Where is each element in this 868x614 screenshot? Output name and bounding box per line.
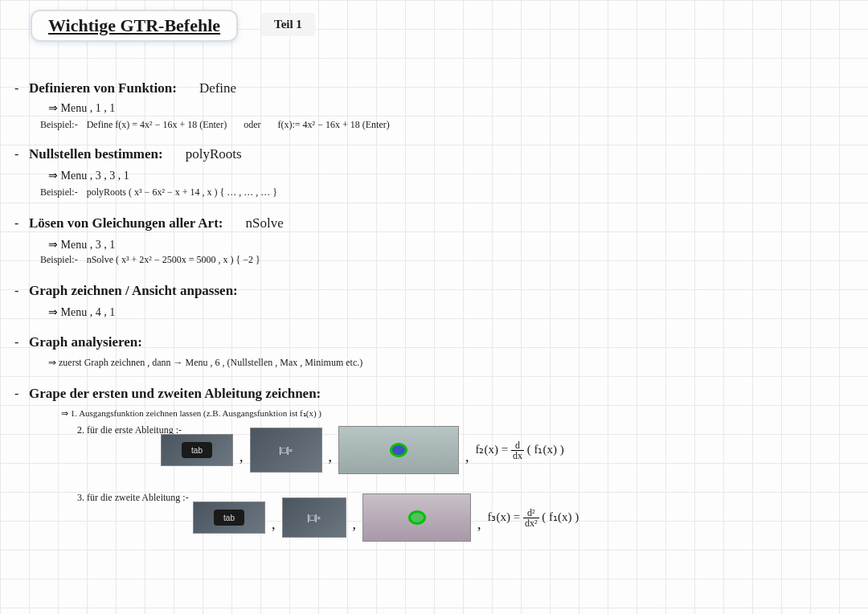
s4-menu: Menu , 4 , 1 <box>48 305 115 319</box>
section-graph-analyze: - Graph analysieren: <box>14 334 142 350</box>
s2-example: Beispiel:- polyRoots ( x³ − 6x² − x + 14… <box>40 186 277 199</box>
s2-menu: Menu , 3 , 3 , 1 <box>48 169 129 182</box>
s1-title: Definieren von Funktion: <box>29 80 177 96</box>
section-graph-draw: - Graph zeichnen / Ansicht anpassen: <box>14 283 238 299</box>
section-derivatives: - Grape der ersten und zweiten Ableitung… <box>14 386 321 402</box>
s3-menu: Menu , 3 , 1 <box>48 238 115 252</box>
section-polyroots: - Nullstellen bestimmen: polyRoots <box>14 146 242 162</box>
photo-template-key-1: |□|▫ <box>250 428 322 473</box>
photo-template-key-2: |□|▫ <box>282 497 346 538</box>
s2-cmd: polyRoots <box>186 146 242 162</box>
s1-example: Beispiel:- Define f(x) = 4x² − 16x + 18 … <box>40 119 390 131</box>
photo-tab-key-2: tab <box>193 501 265 534</box>
formula-f2: f₂(x) = ddx ( f₁(x) ) <box>476 440 564 460</box>
s6-step3: 3. für die zweite Ableitung :- <box>77 492 189 504</box>
page-title-box: Wichtige GTR-Befehle <box>31 10 238 42</box>
s1-menu: Menu , 1 , 1 <box>48 101 115 115</box>
derivative1-row: tab , |□|▫ , , f₂(x) = ddx ( f₁(x) ) <box>161 426 564 474</box>
section-nsolve: - Lösen von Gleichungen aller Art: nSolv… <box>14 215 284 231</box>
formula-f3: f₃(x) = d²dx² ( f₁(x) ) <box>488 508 579 528</box>
s5-menu: zuerst Graph zeichnen , dann → Menu , 6 … <box>48 357 362 369</box>
photo-menu-d-dx <box>338 426 459 474</box>
section-define: - Definieren von Funktion: Define <box>14 80 236 96</box>
s3-cmd: nSolve <box>245 215 283 231</box>
s5-title: Graph analysieren: <box>29 334 142 350</box>
s2-title: Nullstellen bestimmen: <box>29 146 163 162</box>
part-label: Teil 1 <box>261 13 315 36</box>
derivative2-row: tab , |□|▫ , , f₃(x) = d²dx² ( f₁(x) ) <box>193 493 579 542</box>
s1-cmd: Define <box>199 80 236 96</box>
s6-step1: ⇒ 1. Ausgangsfunktion zeichnen lassen (z… <box>61 408 321 419</box>
page-title: Wichtige GTR-Befehle <box>48 15 220 35</box>
s3-title: Lösen von Gleichungen aller Art: <box>29 215 223 231</box>
tab-key-icon-2: tab <box>214 510 244 526</box>
photo-menu-d2-dx2 <box>362 493 471 542</box>
tab-key-icon: tab <box>182 442 212 458</box>
s3-example: Beispiel:- nSolve ( x³ + 2x² − 2500x = 5… <box>40 254 260 266</box>
s4-title: Graph zeichnen / Ansicht anpassen: <box>29 283 238 298</box>
s6-title: Grape der ersten und zweiten Ableitung z… <box>29 386 321 401</box>
photo-tab-key-1: tab <box>161 434 233 466</box>
